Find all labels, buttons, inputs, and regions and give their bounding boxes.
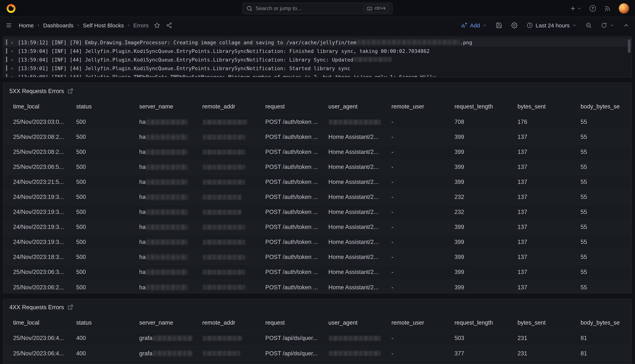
table-cell: 500 (66, 269, 130, 276)
column-header[interactable]: status (66, 103, 130, 110)
table-cell: 25/Nov/2023:03:0... (4, 118, 66, 125)
column-header[interactable]: bytes_sent (508, 320, 571, 326)
panel-title[interactable]: 5XX Requests Errors (10, 88, 64, 94)
column-header[interactable]: bytes_sent (508, 103, 571, 110)
column-header[interactable]: server_name (130, 320, 192, 326)
top-bar-actions: ? (570, 3, 629, 13)
panel-header[interactable]: 5XX Requests Errors (4, 86, 632, 99)
column-header[interactable]: user_agent (319, 103, 382, 110)
redacted-text (146, 149, 188, 155)
panel-title[interactable]: 4XX Requests Errors (10, 304, 64, 311)
expand-chevron-icon[interactable]: › (10, 56, 14, 62)
column-header[interactable]: remote_addr (192, 320, 256, 326)
column-header[interactable]: request_length (445, 103, 508, 110)
external-link-icon[interactable] (67, 304, 73, 310)
column-header[interactable]: request (256, 103, 319, 110)
column-header[interactable]: body_bytes_se (571, 103, 632, 110)
search-input[interactable]: Search or jump to... ctrl+k (242, 2, 392, 14)
column-header[interactable]: request_length (445, 320, 508, 326)
time-range-picker[interactable]: Last 24 hours (526, 22, 576, 28)
table-cell (319, 351, 382, 356)
table-cell: - (382, 148, 445, 155)
table-cell: POST /auth/token ... (256, 134, 319, 140)
table-cell: - (382, 134, 445, 140)
table-cell: 24/Nov/2023:21:5... (4, 178, 66, 186)
table-cell: - (382, 350, 445, 357)
table-cell: ha (130, 254, 192, 260)
star-icon[interactable] (154, 22, 160, 28)
refresh-picker[interactable] (601, 22, 614, 28)
column-header[interactable]: request (256, 320, 319, 326)
column-header[interactable]: time_local (4, 320, 66, 326)
log-message: [13:59:12] [INF] [70] Emby.Drawing.Image… (18, 39, 472, 45)
column-header[interactable]: status (66, 320, 130, 326)
table-cell: Home Assistant/2... (319, 239, 382, 246)
save-dashboard-icon[interactable] (496, 22, 502, 28)
table-cell: 500 (66, 239, 130, 246)
column-header[interactable]: remote_user (382, 320, 445, 326)
redacted-text (146, 119, 188, 125)
expand-chevron-icon[interactable]: › (10, 39, 14, 45)
table-cell (319, 336, 382, 341)
grafana-logo-icon[interactable] (6, 3, 16, 13)
log-line[interactable]: ›[13:59:04] [INF] [44] Jellyfin.Plugin.K… (4, 55, 632, 64)
panel-header[interactable]: 4XX Requests Errors (4, 302, 632, 315)
panel-logs: ›[13:59:12] [INF] [70] Emby.Drawing.Imag… (3, 36, 632, 77)
log-scrollbar[interactable] (628, 40, 630, 53)
expand-chevron-icon[interactable]: › (10, 74, 14, 77)
column-header[interactable]: remote_addr (192, 103, 256, 110)
column-header[interactable]: time_local (4, 103, 66, 110)
log-line[interactable]: ›[13:59:01] [INF] [44] Jellyfin.Plugin.K… (4, 64, 632, 72)
table-cell: POST /auth/token ... (256, 254, 319, 260)
table-cell: 399 (445, 134, 508, 140)
table-cell: 55 (571, 118, 632, 125)
new-button[interactable] (570, 5, 581, 12)
search-shortcut-badge: ctrl+k (364, 4, 389, 12)
table-cell: 399 (445, 164, 508, 170)
column-header[interactable]: body_bytes_se (571, 320, 632, 326)
log-line[interactable]: ›[13:59:12] [INF] [70] Emby.Drawing.Imag… (4, 38, 632, 46)
redacted-text (153, 336, 192, 341)
table-header-row: time_localstatusserver_nameremote_addrre… (4, 99, 632, 115)
menu-toggle-icon[interactable] (6, 22, 12, 28)
log-lines: ›[13:59:12] [INF] [70] Emby.Drawing.Imag… (4, 38, 632, 77)
column-header[interactable]: user_agent (319, 320, 382, 326)
breadcrumb-home[interactable]: Home (19, 22, 34, 28)
breadcrumb-dashboard-name[interactable]: Self Host Blocks (83, 22, 124, 28)
help-button[interactable]: ? (590, 5, 596, 12)
redacted-text (203, 224, 245, 230)
refresh-icon (601, 22, 607, 28)
external-link-icon[interactable] (67, 88, 73, 94)
zoom-out-icon[interactable] (586, 22, 592, 28)
column-header[interactable]: server_name (130, 103, 192, 110)
table-cell: ha (130, 178, 192, 186)
log-message: [13:59:04] [INF] [44] Jellyfin.Plugin.Ko… (18, 56, 392, 62)
table-cell: 400 (66, 350, 130, 357)
table-cell: 399 (445, 178, 508, 186)
table-cell: - (382, 335, 445, 342)
collapse-toolbar-icon[interactable] (623, 22, 629, 28)
expand-chevron-icon[interactable]: › (10, 65, 14, 71)
redacted-text (357, 40, 459, 45)
table-cell: 500 (66, 118, 130, 125)
share-icon[interactable] (166, 22, 172, 28)
table-cell: 400 (66, 335, 130, 342)
chevron-right-icon (36, 23, 40, 28)
table-row: 24/Nov/2023:19:3...500haPOST /auth/token… (4, 205, 632, 220)
chevron-down-icon (572, 23, 576, 28)
expand-chevron-icon[interactable]: › (10, 48, 14, 54)
log-level-bar (6, 65, 7, 71)
table-row: 25/Nov/2023:06:2...500haPOST /auth/token… (4, 280, 632, 293)
log-level-bar (6, 40, 7, 45)
breadcrumb-dashboards[interactable]: Dashboards (43, 22, 74, 28)
table-cell: 503 (445, 335, 508, 342)
user-avatar[interactable] (619, 3, 629, 13)
add-button[interactable]: Add (461, 22, 487, 28)
table-cell: 55 (571, 178, 632, 186)
log-line[interactable]: ›[13:59:04] [INF] [44] Jellyfin.Plugin.K… (4, 46, 632, 55)
column-header[interactable]: remote_user (382, 103, 445, 110)
table-cell: POST /auth/token ... (256, 209, 319, 216)
settings-gear-icon[interactable] (511, 22, 518, 28)
log-line[interactable]: ›[13:59:00] [INF] [44] Jellyfin.Plugin.T… (4, 72, 632, 77)
news-button[interactable] (604, 5, 610, 12)
